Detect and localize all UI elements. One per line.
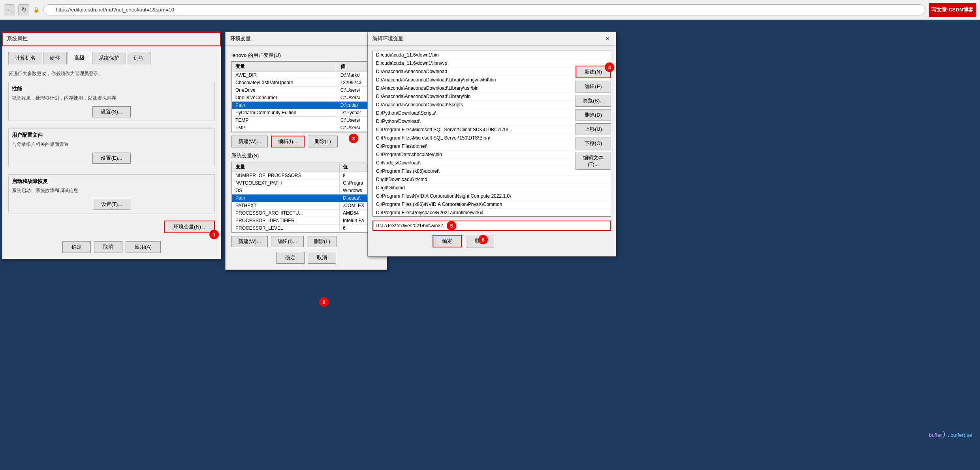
user-var-row[interactable]: TMPC:\Users\ (232, 124, 380, 132)
user-new-button[interactable]: 新建(W)... (231, 136, 268, 147)
path-list-item[interactable]: D:\git\Download\Git\cmd (373, 176, 611, 184)
sys-props-bottom-buttons: 确定 取消 应用(A) (8, 241, 215, 253)
path-list-item[interactable]: C:\Program Files\Microsoft SQL Server\Cl… (373, 126, 611, 134)
path-list-item[interactable]: C:\Program Files\NVIDIA Corporation\Nsig… (373, 192, 611, 200)
sys-var-row[interactable]: PathD:\cuda\ (232, 194, 380, 202)
path-list-item[interactable]: D:\Anaconda\AnacondaDownload\Library\bin (373, 92, 611, 101)
apply-button[interactable]: 应用(A) (126, 241, 161, 253)
path-list-item[interactable]: C:\Program Files\dotnet\ (373, 142, 611, 151)
user-profiles-section: 用户配置文件 与登录帐户相关的桌面设置 设置(E)... (8, 128, 215, 167)
sys-var-row[interactable]: PROCESSOR_ARCHITECTU...AMD64 (232, 210, 380, 217)
sys-var-row[interactable]: OSWindows (232, 187, 380, 194)
path-list-item[interactable]: D:\Anaconda\AnacondaDownload\Scripts (373, 101, 611, 109)
edit-env-bottom-buttons: 确定 取消 6 (372, 235, 611, 247)
sys-var-row[interactable]: PROCESSOR_LEVEL6 (232, 225, 380, 232)
edit-env-titlebar: 编辑环境变量 ✕ (368, 32, 616, 46)
sys-var-row[interactable]: NUMBER_OF_PROCESSORS8 (232, 172, 380, 179)
sys-vars-buttons: 新建(W)... 编辑(I)... 删除(L) (231, 236, 381, 247)
path-list-item[interactable]: D:\Python\Download\ (373, 117, 611, 126)
env-cancel-button[interactable]: 取消 (308, 252, 336, 264)
path-list-item[interactable]: C:\Program Files (x86)\NVIDIA Corporatio… (373, 200, 611, 209)
performance-settings-button[interactable]: 设置(S)... (92, 106, 130, 117)
browse-button[interactable]: 浏览(B)... (576, 95, 611, 107)
sys-var-row[interactable]: NVTOOLSEXT_PATHC:\Progra (232, 179, 380, 187)
tab-hardware[interactable]: 硬件 (43, 52, 67, 64)
startup-title: 启动和故障恢复 (12, 178, 211, 185)
sys-new-button[interactable]: 新建(W)... (231, 236, 268, 247)
user-var-row[interactable]: OneDriveConsumerC:\Users\ (232, 94, 380, 102)
edit-env-right-buttons: 新建(N) 编辑(E) 浏览(B)... 删除(D) 上移(U) 下移(O) 编… (576, 66, 611, 170)
path-list-item[interactable]: D:\Program Files\Polyspace\R2021a\runtim… (373, 209, 611, 217)
path-list-item[interactable]: C:\Nodejs\Download\ (373, 159, 611, 167)
env-dialog-titlebar: 环境变量 ✕ (226, 32, 387, 46)
lock-icon: 🔒 (32, 6, 40, 14)
performance-title: 性能 (12, 85, 211, 92)
ok-button[interactable]: 确定 (62, 241, 91, 253)
csdn-logo: 写文章-CSDN博客 (929, 3, 976, 17)
delete-path-button[interactable]: 删除(D) (576, 109, 611, 121)
path-list-item[interactable]: D:\Anaconda\AnacondaDownload\Library\usr… (373, 84, 611, 92)
annotation-1: 1 (209, 230, 219, 239)
user-var-row[interactable]: ChocolateyLastPathUpdate13299243 (232, 79, 380, 87)
path-list-item[interactable]: C:\Program Files (x86)\dotnet\ (373, 167, 611, 176)
sys-var-row[interactable]: PROCESSOR_IDENTIFIERIntel64 Fa (232, 217, 380, 225)
sys-delete-button[interactable]: 删除(L) (307, 236, 337, 247)
path-list-item[interactable]: C:\ProgramData\chocolatey\bin (373, 151, 611, 159)
user-profiles-settings-button[interactable]: 设置(E)... (92, 153, 130, 164)
annotation-2: 2 (319, 297, 329, 307)
cancel-button[interactable]: 取消 (94, 241, 122, 253)
path-input[interactable] (372, 221, 611, 231)
sys-vars-table-container: 变量 值 NUMBER_OF_PROCESSORS8NVTOOLSEXT_PAT… (231, 162, 381, 233)
user-delete-button[interactable]: 删除(L) (308, 136, 338, 147)
tab-bar: 计算机名 硬件 高级 系统保护 远程 (8, 52, 215, 64)
user-vars-table-container: 变量 值 AWE_DIRD:\MarkdChocolateyLastPathUp… (231, 61, 381, 132)
user-edit-button[interactable]: 编辑(I)... (271, 136, 305, 147)
tab-advanced[interactable]: 高级 (68, 52, 91, 64)
sys-var-row[interactable]: PATHEXT.COM;.EX (232, 202, 380, 210)
move-down-button[interactable]: 下移(O) (576, 138, 611, 149)
col-var-name: 变量 (232, 62, 337, 72)
admin-note: 要进行大多数更改，你必须作为管理员登录。 (8, 70, 215, 77)
path-list-item[interactable]: D:\cuda\cuda_11.6\down1\bin (373, 51, 611, 59)
edit-path-button[interactable]: 编辑(E) (576, 81, 611, 92)
path-list-item[interactable]: D:\Python\Download\Scripts\ (373, 109, 611, 117)
path-list-item[interactable]: D:\Anaconda\AnacondaDownload\Library\min… (373, 76, 611, 84)
startup-settings-button[interactable]: 设置(T)... (93, 199, 130, 210)
path-list-item[interactable]: D:\cuda\cuda_11.6\down1\libnvvp (373, 59, 611, 68)
url-text: https://editor.csdn.net/md?not_checkout=… (56, 7, 174, 13)
edit-env-ok-button[interactable]: 确定 (433, 235, 462, 247)
back-button[interactable]: ← (4, 4, 15, 15)
tab-system-protection[interactable]: 系统保护 (92, 52, 126, 64)
annotation-3: 3 (349, 134, 358, 143)
user-var-row[interactable]: PathD:\cuda\ (232, 102, 380, 109)
user-var-row[interactable]: TEMPC:\Users\ (232, 117, 380, 124)
user-vars-table: 变量 值 AWE_DIRD:\MarkdChocolateyLastPathUp… (232, 62, 380, 132)
env-ok-button[interactable]: 确定 (276, 252, 305, 264)
path-list-item[interactable]: C:\Program Files\Microsoft SQL Server\15… (373, 134, 611, 142)
tab-computer-name[interactable]: 计算机名 (8, 52, 42, 64)
user-profiles-title: 用户配置文件 (12, 132, 211, 139)
user-vars-title: lenovo 的用户变量(U) (231, 52, 381, 59)
address-bar[interactable]: https://editor.csdn.net/md?not_checkout=… (43, 4, 925, 15)
refresh-button[interactable]: ↻ (18, 4, 29, 15)
sys-props-titlebar: 系统属性 (2, 32, 221, 46)
path-list-item[interactable]: D:\Anaconda\AnacondaDownload (373, 68, 611, 76)
user-var-row[interactable]: OneDriveC:\Users\ (232, 87, 380, 94)
sys-edit-button[interactable]: 编辑(I)... (271, 236, 304, 247)
annotation-5: 5 (447, 221, 456, 230)
env-dialog-title: 环境变量 (230, 35, 251, 42)
sys-vars-title: 系统变量(S) (231, 152, 381, 159)
edit-env-dialog: 编辑环境变量 ✕ D:\cuda\cuda_11.6\down1\binD:\c… (367, 32, 616, 257)
user-vars-buttons: 新建(W)... 编辑(I)... 删除(L) 3 (231, 136, 381, 147)
env-var-row: 环境变量(N)... 1 (8, 221, 215, 233)
path-list-item[interactable]: D:\git\Git\cmd (373, 184, 611, 192)
edit-env-title: 编辑环境变量 (372, 35, 403, 42)
edit-text-button[interactable]: 编辑文本(T)... (576, 152, 611, 170)
user-var-row[interactable]: AWE_DIRD:\Markd (232, 72, 380, 79)
move-up-button[interactable]: 上移(U) (576, 123, 611, 135)
edit-env-close[interactable]: ✕ (604, 35, 611, 42)
user-var-row[interactable]: PyCharm Community EditionD:\Pychar (232, 109, 380, 117)
env-var-button[interactable]: 环境变量(N)... (164, 221, 215, 233)
env-variables-dialog: 环境变量 ✕ lenovo 的用户变量(U) 变量 值 AWE_DIRD:\Ma… (225, 32, 387, 270)
tab-remote[interactable]: 远程 (127, 52, 150, 64)
